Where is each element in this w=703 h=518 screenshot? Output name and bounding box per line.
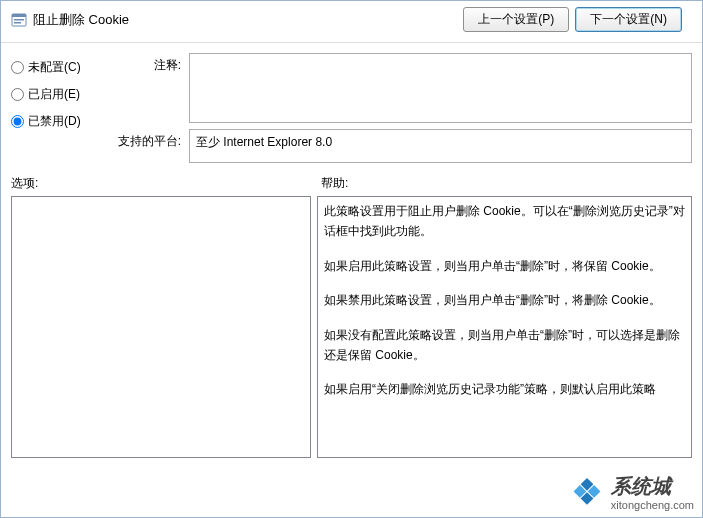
radio-not-configured[interactable]: 未配置(C) — [11, 59, 101, 76]
svg-rect-1 — [12, 14, 26, 17]
svg-rect-5 — [588, 485, 601, 498]
radio-enabled[interactable]: 已启用(E) — [11, 86, 101, 103]
help-paragraph: 此策略设置用于阻止用户删除 Cookie。可以在“删除浏览历史记录”对话框中找到… — [324, 201, 685, 242]
policy-icon — [11, 12, 27, 28]
dialog-title: 阻止删除 Cookie — [33, 11, 129, 29]
header-bar: 阻止删除 Cookie 上一个设置(P) 下一个设置(N) — [1, 1, 702, 43]
radio-disabled-input[interactable] — [11, 115, 24, 128]
radio-enabled-input[interactable] — [11, 88, 24, 101]
comment-row: 注释: — [111, 53, 692, 123]
radio-not-configured-label: 未配置(C) — [28, 59, 81, 76]
platform-row: 支持的平台: 至少 Internet Explorer 8.0 — [111, 129, 692, 163]
options-panel[interactable] — [11, 196, 311, 458]
help-paragraph: 如果启用此策略设置，则当用户单击“删除”时，将保留 Cookie。 — [324, 256, 685, 276]
radio-disabled[interactable]: 已禁用(D) — [11, 113, 101, 130]
help-paragraph: 如果没有配置此策略设置，则当用户单击“删除”时，可以选择是删除还是保留 Cook… — [324, 325, 685, 366]
platform-value: 至少 Internet Explorer 8.0 — [189, 129, 692, 163]
options-section-label: 选项: — [11, 175, 321, 192]
help-paragraph: 如果禁用此策略设置，则当用户单击“删除”时，将删除 Cookie。 — [324, 290, 685, 310]
nav-buttons: 上一个设置(P) 下一个设置(N) — [463, 7, 682, 32]
help-panel[interactable]: 此策略设置用于阻止用户删除 Cookie。可以在“删除浏览历史记录”对话框中找到… — [317, 196, 692, 458]
help-paragraph: 如果启用“关闭删除浏览历史记录功能”策略，则默认启用此策略 — [324, 379, 685, 399]
section-labels: 选项: 帮助: — [1, 169, 702, 196]
svg-rect-2 — [14, 19, 24, 21]
svg-rect-4 — [580, 478, 593, 491]
watermark-url: xitongcheng.com — [611, 500, 694, 511]
config-area: 未配置(C) 已启用(E) 已禁用(D) 注释: 支持的平台: 至少 Inter… — [1, 43, 702, 169]
radio-disabled-label: 已禁用(D) — [28, 113, 81, 130]
radio-enabled-label: 已启用(E) — [28, 86, 80, 103]
svg-rect-3 — [14, 22, 21, 24]
radio-group: 未配置(C) 已启用(E) 已禁用(D) — [11, 53, 101, 163]
watermark-logo-icon — [569, 474, 605, 510]
comment-label: 注释: — [111, 53, 181, 74]
watermark: 系统城 xitongcheng.com — [569, 473, 694, 511]
watermark-text: 系统城 — [611, 473, 694, 500]
panels: 此策略设置用于阻止用户删除 Cookie。可以在“删除浏览历史记录”对话框中找到… — [1, 196, 702, 468]
comment-textarea[interactable] — [189, 53, 692, 123]
svg-rect-7 — [580, 492, 593, 505]
radio-not-configured-input[interactable] — [11, 61, 24, 74]
field-column: 注释: 支持的平台: 至少 Internet Explorer 8.0 — [111, 53, 692, 163]
next-setting-button[interactable]: 下一个设置(N) — [575, 7, 682, 32]
platform-label: 支持的平台: — [111, 129, 181, 150]
svg-rect-6 — [573, 485, 586, 498]
title-wrap: 阻止删除 Cookie — [11, 11, 463, 29]
help-section-label: 帮助: — [321, 175, 348, 192]
prev-setting-button[interactable]: 上一个设置(P) — [463, 7, 569, 32]
